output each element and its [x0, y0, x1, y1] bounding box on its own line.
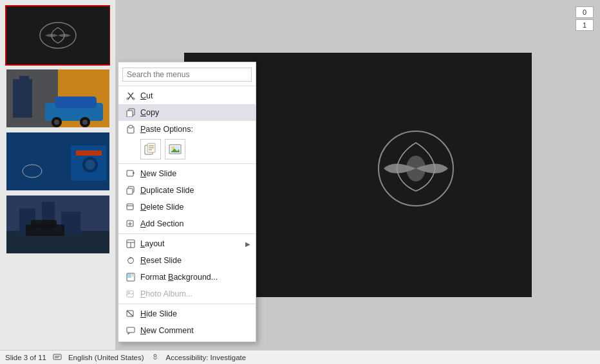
- svg-rect-35: [149, 145, 154, 147]
- menu-item-delete[interactable]: Delete Slide: [118, 199, 256, 215]
- context-menu: Cut Copy Paste Options:: [118, 62, 256, 342]
- svg-rect-47: [127, 204, 133, 210]
- slide6-svg: [6, 196, 109, 253]
- svg-rect-37: [149, 149, 152, 150]
- accessibility-icon: [151, 354, 160, 361]
- layout-label: Layout: [140, 239, 165, 248]
- svg-rect-36: [149, 147, 154, 149]
- slide-thumb-3: [6, 6, 109, 64]
- hide-slide-label: Hide Slide: [140, 309, 177, 318]
- add-section-icon: [125, 218, 136, 230]
- photo-album-icon: [125, 288, 136, 300]
- photo-album-label: Photo Album...: [140, 289, 192, 298]
- svg-point-40: [172, 147, 174, 149]
- slide-thumb-6: [6, 196, 109, 253]
- hide-slide-icon: [125, 308, 136, 320]
- svg-point-15: [85, 159, 95, 170]
- new-slide-label: New Slide: [140, 169, 176, 178]
- menu-separator-3: [118, 233, 256, 234]
- mini-btn-0[interactable]: 0: [576, 6, 594, 18]
- menu-separator-1: [118, 86, 256, 86]
- delete-label: Delete Slide: [140, 203, 183, 212]
- svg-point-8: [54, 120, 59, 125]
- paste-keep-source-btn[interactable]: [140, 139, 161, 159]
- svg-rect-3: [13, 79, 32, 118]
- reset-icon: [125, 255, 136, 266]
- status-bar: Slide 3 of 11 English (United States) Ac…: [0, 350, 600, 364]
- slide4-car-svg: [6, 69, 109, 127]
- svg-rect-56: [127, 274, 131, 278]
- format-bg-icon: [125, 271, 136, 283]
- menu-search-input[interactable]: [122, 68, 252, 82]
- slide-star-3: ★: [0, 14, 1, 21]
- menu-item-photo-album: Photo Album...: [118, 286, 256, 302]
- add-section-label: Add Section: [140, 219, 183, 228]
- paste-options-section: [118, 138, 256, 162]
- menu-separator-4: [118, 304, 256, 304]
- menu-separator-2: [118, 163, 256, 164]
- slide-star-4: ★: [0, 77, 1, 84]
- svg-rect-63: [53, 354, 61, 359]
- mini-panel: 0 1: [576, 6, 594, 31]
- menu-item-layout[interactable]: Layout ▶: [118, 235, 256, 252]
- paste-options-label: Paste Options:: [140, 125, 193, 134]
- svg-rect-42: [127, 170, 133, 176]
- svg-line-61: [127, 311, 133, 316]
- new-comment-icon: [125, 325, 136, 336]
- slide3-mazda-icon: [39, 21, 77, 50]
- svg-rect-4: [19, 76, 29, 79]
- menu-item-new-comment[interactable]: New Comment: [118, 322, 256, 339]
- slide-item-3[interactable]: 3 ★: [5, 5, 110, 66]
- slide-item-5[interactable]: 5 ★: [5, 131, 110, 192]
- svg-rect-32: [129, 125, 133, 128]
- delete-icon: [125, 201, 136, 213]
- notes-icon-btn[interactable]: [53, 354, 62, 361]
- menu-item-duplicate[interactable]: Duplicate Slide: [118, 182, 256, 199]
- svg-rect-6: [55, 96, 97, 108]
- language-label: English (United States): [68, 354, 144, 361]
- accessibility-label: Accessibility: Investigate: [166, 354, 247, 361]
- svg-rect-46: [127, 188, 133, 194]
- layout-arrow: ▶: [245, 241, 250, 248]
- menu-item-new-slide[interactable]: New Slide: [118, 165, 256, 182]
- slide-star-6: ★: [0, 203, 1, 210]
- slide-star-5: ★: [0, 140, 1, 147]
- menu-item-hide-slide[interactable]: Hide Slide: [118, 305, 256, 322]
- svg-rect-62: [127, 327, 135, 332]
- paste-header-icon: [125, 123, 136, 135]
- svg-point-10: [82, 120, 88, 125]
- menu-item-reset[interactable]: Reset Slide: [118, 252, 256, 269]
- new-comment-label: New Comment: [140, 326, 194, 335]
- copy-icon: [125, 107, 136, 118]
- slide5-svg: [6, 132, 109, 190]
- layout-icon: [125, 238, 136, 250]
- slide-panel: 3 ★ 4 ★: [0, 0, 116, 350]
- svg-rect-23: [31, 220, 57, 228]
- copy-label: Copy: [140, 108, 159, 117]
- svg-point-66: [154, 354, 156, 357]
- menu-item-format-bg[interactable]: Format Background...: [118, 269, 256, 286]
- duplicate-icon: [125, 185, 136, 196]
- svg-rect-13: [76, 150, 102, 156]
- slide-item-4[interactable]: 4 ★: [5, 68, 110, 129]
- cut-icon: [125, 90, 136, 102]
- new-slide-icon: [125, 168, 136, 179]
- mini-btn-1[interactable]: 1: [576, 19, 594, 31]
- menu-item-cut[interactable]: Cut: [118, 87, 256, 104]
- menu-item-copy[interactable]: Copy: [118, 104, 256, 121]
- slide-count-info: Slide 3 of 11: [5, 354, 46, 361]
- format-bg-label: Format Background...: [140, 273, 218, 282]
- svg-rect-57: [132, 274, 135, 277]
- duplicate-label: Duplicate Slide: [140, 186, 194, 195]
- slide-thumb-5: [6, 132, 109, 190]
- svg-rect-30: [127, 111, 133, 117]
- svg-point-26: [406, 156, 426, 181]
- slide-thumb-4: [6, 69, 109, 127]
- main-area: 3 ★ 4 ★: [0, 0, 600, 350]
- menu-item-add-section[interactable]: Add Section: [118, 215, 256, 232]
- reset-label: Reset Slide: [140, 256, 182, 265]
- menu-item-paste-header: Paste Options:: [118, 121, 256, 138]
- slide-item-6[interactable]: 6 ★: [5, 194, 110, 255]
- cut-label: Cut: [140, 91, 153, 100]
- paste-picture-btn[interactable]: [165, 139, 185, 159]
